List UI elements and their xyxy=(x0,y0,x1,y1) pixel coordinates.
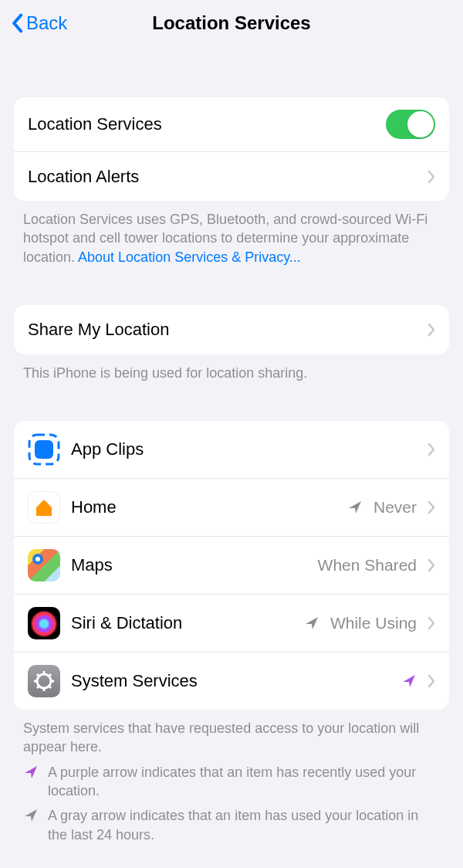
label-location-alerts: Location Alerts xyxy=(28,167,417,187)
row-siri[interactable]: Siri & Dictation While Using xyxy=(14,594,449,652)
legend-gray: A gray arrow indicates that an item has … xyxy=(0,800,463,844)
row-app-clips[interactable]: App Clips xyxy=(14,421,449,478)
page-title: Location Services xyxy=(0,12,463,34)
row-home[interactable]: Home Never xyxy=(14,478,449,536)
back-button[interactable]: Back xyxy=(11,12,67,34)
svg-line-7 xyxy=(37,674,39,676)
label-share-location: Share My Location xyxy=(28,320,417,340)
label-location-services: Location Services xyxy=(28,114,375,134)
label-maps: Maps xyxy=(71,555,307,575)
svg-rect-1 xyxy=(35,440,53,459)
row-maps[interactable]: Maps When Shared xyxy=(14,536,449,594)
location-arrow-icon xyxy=(347,500,363,515)
chevron-right-icon xyxy=(428,558,435,572)
row-share-location[interactable]: Share My Location xyxy=(14,305,449,354)
legend-purple-text: A purple arrow indicates that an item ha… xyxy=(48,763,440,801)
chevron-right-icon xyxy=(428,674,435,688)
link-about-privacy[interactable]: About Location Services & Privacy... xyxy=(78,249,301,265)
label-siri: Siri & Dictation xyxy=(71,613,293,633)
legend-gray-text: A gray arrow indicates that an item has … xyxy=(48,806,440,844)
app-clips-icon xyxy=(28,433,60,466)
location-arrow-icon xyxy=(23,806,39,844)
location-arrow-icon xyxy=(304,615,319,631)
chevron-right-icon xyxy=(428,442,435,456)
chevron-left-icon xyxy=(11,13,23,33)
svg-line-9 xyxy=(49,674,51,676)
nav-bar: Back Location Services xyxy=(0,0,463,46)
location-arrow-icon xyxy=(401,673,417,689)
value-home: Never xyxy=(373,498,417,517)
svg-line-10 xyxy=(37,686,39,688)
location-arrow-icon xyxy=(23,763,39,801)
chevron-right-icon xyxy=(428,616,435,630)
group-apps: App Clips Home Never Maps When Shared Si… xyxy=(14,421,449,710)
group-location: Location Services Location Alerts xyxy=(14,97,449,201)
chevron-right-icon xyxy=(428,500,435,514)
gear-icon xyxy=(28,665,60,697)
row-location-alerts[interactable]: Location Alerts xyxy=(14,151,449,201)
maps-icon xyxy=(28,549,60,581)
chevron-right-icon xyxy=(428,170,435,184)
back-label: Back xyxy=(26,12,67,34)
value-siri: While Using xyxy=(330,614,417,632)
label-home: Home xyxy=(71,497,336,517)
label-app-clips: App Clips xyxy=(71,439,417,459)
row-system-services[interactable]: System Services xyxy=(14,652,449,710)
chevron-right-icon xyxy=(428,323,435,337)
footer-location: Location Services uses GPS, Bluetooth, a… xyxy=(0,201,463,266)
footer-share: This iPhone is being used for location s… xyxy=(0,354,463,382)
legend-purple: A purple arrow indicates that an item ha… xyxy=(0,757,463,801)
home-icon xyxy=(28,491,60,524)
group-share: Share My Location xyxy=(14,305,449,354)
siri-icon xyxy=(28,607,60,639)
footer-apps: System services that have requested acce… xyxy=(0,710,463,757)
value-maps: When Shared xyxy=(318,556,417,575)
row-location-services[interactable]: Location Services xyxy=(14,97,449,151)
svg-point-11 xyxy=(42,679,46,683)
svg-line-8 xyxy=(49,686,51,688)
toggle-location-services[interactable] xyxy=(386,110,435,139)
label-system-services: System Services xyxy=(71,671,390,691)
